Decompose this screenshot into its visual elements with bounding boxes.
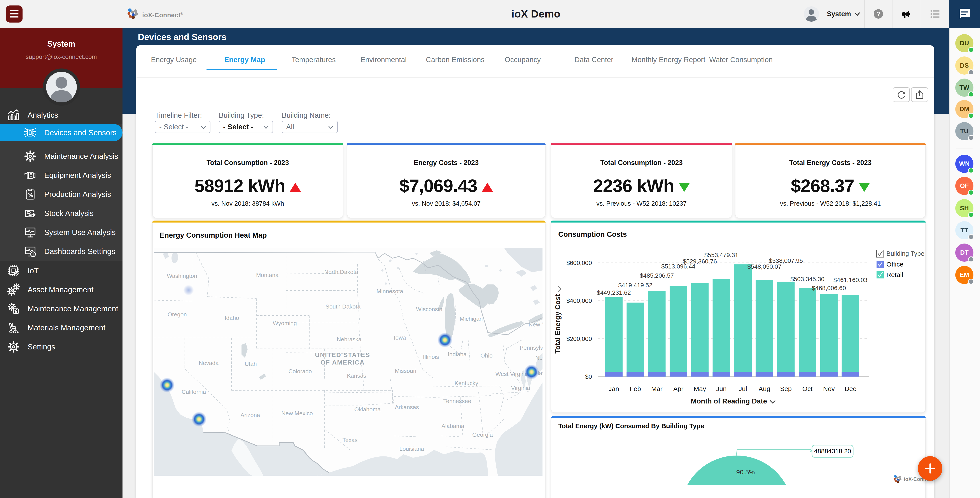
svg-text:$200,000: $200,000 xyxy=(566,336,592,342)
svg-text:Kentucky: Kentucky xyxy=(455,380,479,387)
svg-text:Nov: Nov xyxy=(823,385,835,392)
svg-text:$419,419.52: $419,419.52 xyxy=(619,282,652,289)
svg-text:Arkansas: Arkansas xyxy=(395,404,419,410)
svg-text:UNITED STATES: UNITED STATES xyxy=(315,352,370,358)
svg-text:Ohio: Ohio xyxy=(480,352,493,359)
svg-text:Feb: Feb xyxy=(630,385,641,392)
svg-text:Iowa: Iowa xyxy=(394,334,406,341)
svg-text:$538,007.95: $538,007.95 xyxy=(769,257,803,264)
svg-text:North Dakota: North Dakota xyxy=(324,269,358,275)
svg-text:OF AMERICA: OF AMERICA xyxy=(320,359,365,366)
svg-text:Pennsylvania: Pennsylvania xyxy=(520,344,542,351)
svg-text:May: May xyxy=(694,385,706,392)
svg-text:Nevada: Nevada xyxy=(199,360,219,366)
svg-text:$529,360.76: $529,360.76 xyxy=(683,258,717,265)
svg-text:$485,206.57: $485,206.57 xyxy=(640,272,674,279)
svg-text:$468,006.60: $468,006.60 xyxy=(812,285,846,291)
svg-text:South Dakota: South Dakota xyxy=(326,303,361,310)
svg-text:Mar: Mar xyxy=(651,385,663,392)
svg-text:Oct: Oct xyxy=(802,385,813,392)
svg-text:New Mexico: New Mexico xyxy=(281,410,313,417)
svg-text:Minnesota: Minnesota xyxy=(377,288,403,294)
svg-text:Dec: Dec xyxy=(845,385,856,392)
svg-text:Texas: Texas xyxy=(342,437,358,443)
svg-text:Apr: Apr xyxy=(673,385,684,392)
svg-text:Idaho: Idaho xyxy=(225,315,239,321)
svg-text:Office: Office xyxy=(886,261,904,268)
svg-text:Montana: Montana xyxy=(256,272,279,278)
svg-text:Jan: Jan xyxy=(609,385,619,392)
svg-text:Oklahoma: Oklahoma xyxy=(354,406,381,413)
svg-text:Kansas: Kansas xyxy=(347,372,366,379)
svg-text:Building Type: Building Type xyxy=(886,250,924,257)
svg-text:Tennessee: Tennessee xyxy=(443,398,471,404)
svg-text:$449,231.62: $449,231.62 xyxy=(597,289,631,296)
svg-text:Nebraska: Nebraska xyxy=(337,336,361,343)
svg-text:New York: New York xyxy=(528,321,542,328)
svg-text:$400,000: $400,000 xyxy=(566,298,592,304)
svg-text:Virginia: Virginia xyxy=(511,385,530,391)
svg-text:Illinois: Illinois xyxy=(423,353,439,360)
svg-text:Michigan: Michigan xyxy=(460,315,483,322)
svg-text:Jun: Jun xyxy=(716,385,727,392)
svg-text:Louisiana: Louisiana xyxy=(399,445,424,452)
svg-text:Utah: Utah xyxy=(245,361,257,367)
svg-text:Aug: Aug xyxy=(759,385,770,392)
svg-text:Wyoming: Wyoming xyxy=(273,320,297,326)
svg-text:Retail: Retail xyxy=(886,271,903,278)
svg-text:$548,050.07: $548,050.07 xyxy=(748,263,781,270)
svg-text:New Jersey: New Jersey xyxy=(535,355,542,361)
svg-text:Washington: Washington xyxy=(167,273,197,279)
svg-text:California: California xyxy=(181,388,206,395)
svg-text:Georgia: Georgia xyxy=(472,431,493,438)
svg-text:Sep: Sep xyxy=(780,385,792,392)
svg-text:Month of Reading Date: Month of Reading Date xyxy=(691,397,767,405)
svg-text:90.5%: 90.5% xyxy=(736,468,755,476)
svg-text:Total Energy Cost: Total Energy Cost xyxy=(554,294,562,353)
svg-text:Jul: Jul xyxy=(739,385,747,392)
svg-text:Oregon: Oregon xyxy=(167,311,187,318)
svg-text:Wisconsin: Wisconsin xyxy=(416,306,442,312)
svg-text:Alabama: Alabama xyxy=(441,423,464,429)
svg-text:Indiana: Indiana xyxy=(448,351,467,358)
svg-text:$553,479.31: $553,479.31 xyxy=(704,251,738,258)
svg-text:$503,345.30: $503,345.30 xyxy=(790,276,824,282)
svg-text:$600,000: $600,000 xyxy=(566,259,592,266)
svg-text:48884318.20: 48884318.20 xyxy=(814,448,851,455)
svg-text:$0: $0 xyxy=(585,373,592,380)
svg-text:Arizona: Arizona xyxy=(240,412,260,418)
svg-text:Missouri: Missouri xyxy=(395,368,416,374)
svg-text:Colorado: Colorado xyxy=(288,368,312,375)
svg-text:$461,160.03: $461,160.03 xyxy=(834,277,867,283)
